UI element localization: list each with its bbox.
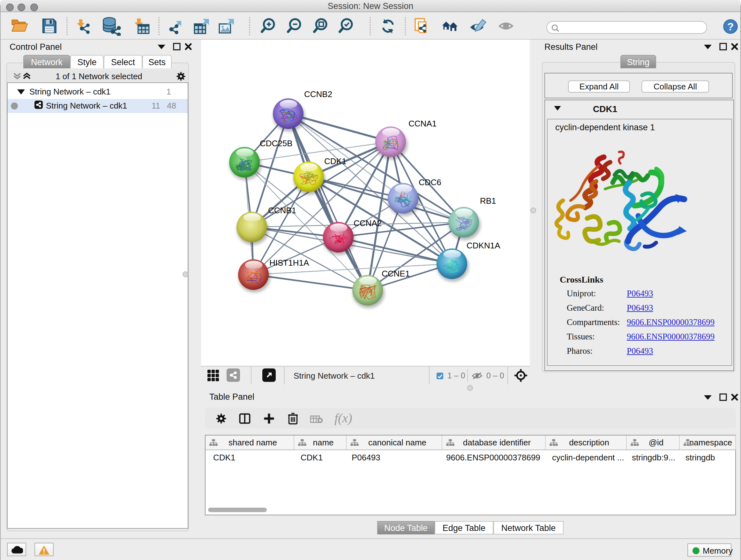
- svg-text:HIST1H1A: HIST1H1A: [269, 258, 309, 267]
- svg-text:CCNB2: CCNB2: [304, 89, 332, 99]
- svg-text:CDKN1A: CDKN1A: [467, 241, 500, 250]
- svg-text:CDK1: CDK1: [324, 157, 346, 166]
- svg-text:?: ?: [727, 21, 734, 33]
- svg-text:CDC25B: CDC25B: [260, 138, 293, 148]
- svg-text:CCNE1: CCNE1: [382, 269, 410, 278]
- svg-text:CCNB1: CCNB1: [268, 206, 296, 215]
- svg-text:CCNA2: CCNA2: [354, 219, 382, 228]
- svg-text:CCNA1: CCNA1: [408, 119, 436, 128]
- svg-text:CDC6: CDC6: [419, 178, 441, 187]
- svg-text:RB1: RB1: [480, 196, 496, 206]
